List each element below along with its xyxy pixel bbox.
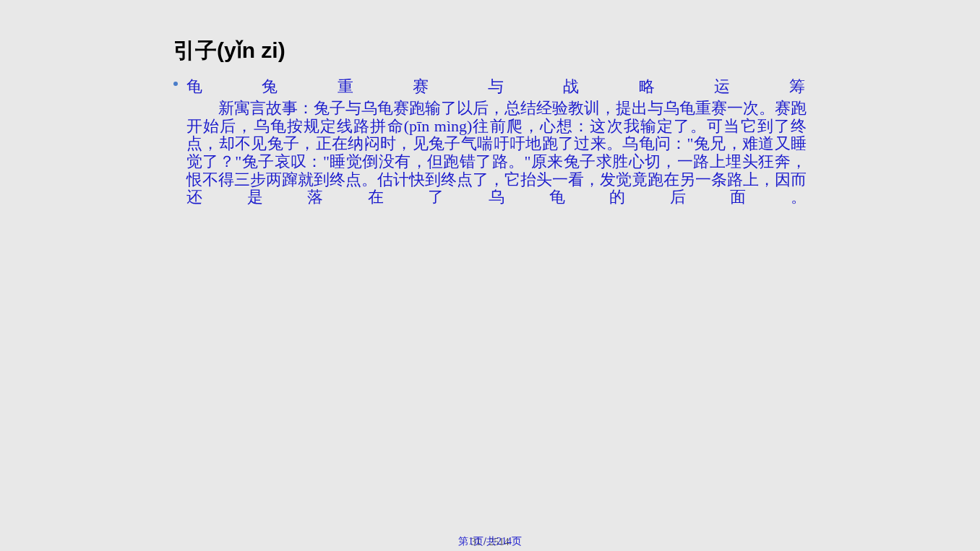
subtitle: 龟兔重赛与战略运筹: [186, 74, 807, 98]
content-row: 龟兔重赛与战略运筹 新寓言故事：兔子与乌龟赛跑输了以后，总结经验教训，提出与乌龟…: [173, 74, 807, 207]
page-title: 引子(yǐn zi): [173, 36, 807, 66]
slide-container: 引子(yǐn zi) 龟兔重赛与战略运筹 新寓言故事：兔子与乌龟赛跑输了以后，总…: [0, 0, 980, 551]
body-paragraph: 新寓言故事：兔子与乌龟赛跑输了以后，总结经验教训，提出与乌龟重赛一次。赛跑开始后…: [186, 100, 807, 207]
content-text: 龟兔重赛与战略运筹 新寓言故事：兔子与乌龟赛跑输了以后，总结经验教训，提出与乌龟…: [186, 74, 807, 207]
bullet-icon: [173, 82, 178, 86]
footer-page-indicator: 第1页/共214页: [0, 535, 980, 548]
